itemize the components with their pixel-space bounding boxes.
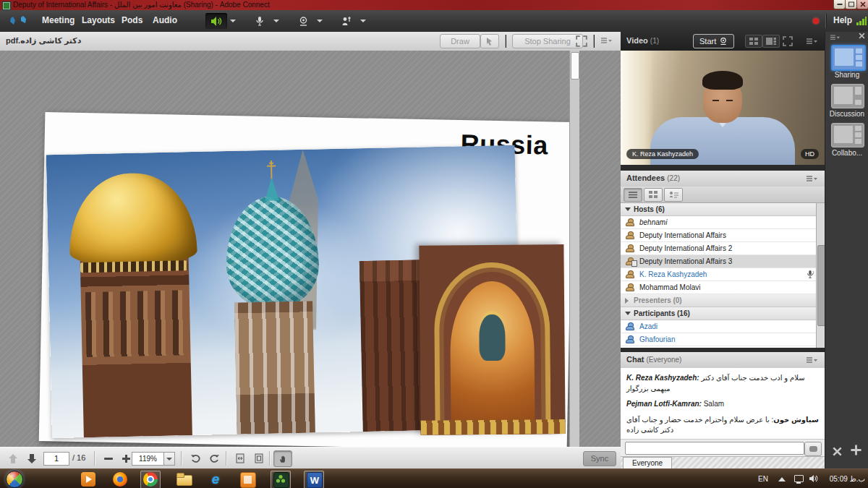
pointer-tool-button[interactable] — [480, 34, 499, 48]
attendees-view-toolbar — [621, 187, 825, 203]
firefox-icon[interactable] — [113, 472, 127, 487]
share-pod-menu-button[interactable] — [600, 38, 612, 45]
attendee-row[interactable]: Hoda Ghoreishy- Babol — [621, 346, 825, 348]
attendee-status-view-button[interactable] — [664, 188, 683, 202]
tray-show-hidden-icons[interactable] — [778, 477, 786, 481]
speaker-dropdown[interactable] — [228, 13, 238, 29]
webcam-dropdown[interactable] — [315, 13, 325, 29]
close-button[interactable] — [856, 0, 868, 9]
share-scrollbar-thumb[interactable] — [571, 52, 579, 80]
sync-button[interactable]: Sync — [583, 451, 616, 466]
zoom-level-select[interactable]: 119% — [132, 452, 175, 466]
pod-menu-icon — [806, 38, 817, 46]
rail-add-layout-button[interactable] — [850, 444, 862, 456]
menu-audio[interactable]: Audio — [153, 15, 177, 25]
presenters-section-header[interactable]: Presenters (0) — [621, 294, 825, 307]
arrow-down-icon — [27, 453, 37, 464]
hand-tool-button[interactable] — [273, 450, 292, 467]
attendees-title-text: Attendees — [626, 174, 665, 182]
status-dropdown[interactable] — [358, 13, 368, 29]
layout-sharing-thumbnail[interactable] — [831, 45, 866, 71]
tray-clock[interactable]: 05:09 ب.ظ — [825, 475, 865, 483]
next-page-button[interactable] — [25, 452, 39, 465]
minimize-button[interactable] — [833, 0, 846, 9]
start-webcam-label: Start — [699, 35, 716, 48]
layout-collaboration-thumbnail[interactable] — [831, 123, 864, 147]
start-button[interactable] — [6, 471, 23, 488]
chrome-taskbar-button[interactable] — [140, 471, 161, 488]
menu-pods[interactable]: Pods — [122, 15, 142, 25]
tray-volume-icon[interactable] — [809, 474, 818, 483]
rotate-ccw-button[interactable] — [188, 452, 203, 465]
previous-page-button[interactable] — [6, 452, 20, 465]
participant-person-icon — [626, 322, 634, 330]
participants-header-label: Participants (16) — [634, 309, 690, 317]
rail-close-icon[interactable] — [859, 33, 865, 39]
attendee-row[interactable]: Mohammad Molavi — [621, 281, 825, 294]
zoom-in-button[interactable] — [119, 452, 133, 465]
attendee-grid-view-button[interactable] — [644, 188, 663, 202]
attendee-row[interactable]: Ghafourian — [621, 333, 825, 346]
attendee-name: Deputy International Affairs — [639, 231, 726, 239]
office-app-icon[interactable] — [240, 472, 256, 488]
layout-discussion-thumbnail[interactable] — [831, 84, 864, 108]
chat-input[interactable] — [625, 442, 804, 455]
chat-pod-title: Chat (Everyone) — [626, 355, 681, 364]
chevron-down-icon — [230, 20, 236, 22]
stop-sharing-button[interactable]: Stop Sharing — [512, 34, 583, 48]
page-number-input[interactable]: 1 — [43, 452, 69, 466]
rail-delete-layout-button[interactable] — [833, 447, 842, 456]
attendee-row-self[interactable]: K. Reza Kashyzadeh — [621, 268, 825, 281]
attendee-row[interactable]: Deputy International Affairs — [621, 229, 825, 242]
attendee-row[interactable]: behnami — [621, 216, 825, 229]
fit-page-button[interactable] — [252, 452, 266, 465]
chat-pod-menu-button[interactable] — [806, 357, 817, 364]
layout-sharing-label[interactable]: Sharing — [825, 71, 868, 79]
video-pod-menu-button[interactable] — [806, 38, 817, 46]
participants-section-header[interactable]: Participants (16) — [621, 307, 825, 320]
microphone-dropdown[interactable] — [271, 13, 281, 29]
adobe-connect-taskbar-button[interactable] — [271, 471, 291, 488]
menu-layouts[interactable]: Layouts — [82, 15, 115, 25]
attendee-row[interactable]: Deputy International Affairs 2 — [621, 242, 825, 255]
word-taskbar-button[interactable]: W — [304, 471, 324, 488]
media-player-icon[interactable] — [81, 472, 95, 487]
attendee-row[interactable]: Azadi — [621, 320, 825, 333]
grid-view-icon — [749, 38, 758, 45]
kokoshnik-band — [420, 419, 565, 435]
rotate-cw-button[interactable] — [207, 452, 221, 465]
layout-collaboration-label[interactable]: Collabo... — [825, 149, 868, 157]
hosts-section-header[interactable]: Hosts (6) — [621, 203, 825, 216]
webcam-button[interactable] — [292, 13, 314, 29]
video-filmstrip-view-button[interactable] — [762, 35, 780, 48]
send-message-button[interactable] — [804, 442, 822, 456]
status-raise-hand-button[interactable] — [336, 13, 357, 29]
rail-menu-button[interactable] — [830, 35, 840, 41]
attendee-name: Deputy International Affairs 3 — [639, 257, 732, 265]
video-grid-view-button[interactable] — [745, 35, 762, 48]
attendees-pod-menu-button[interactable] — [806, 176, 817, 183]
video-fullscreen-button[interactable] — [783, 36, 793, 46]
layout-discussion-label[interactable]: Discussion — [825, 110, 868, 118]
menu-meeting[interactable]: Meeting — [42, 15, 75, 25]
speaker-button[interactable] — [205, 13, 227, 29]
file-explorer-icon[interactable] — [176, 472, 191, 487]
zoom-out-button[interactable] — [101, 452, 116, 465]
draw-button[interactable]: Draw — [440, 34, 480, 48]
attendees-pod-header: Attendees (22) — [621, 171, 825, 187]
menu-help[interactable]: Help — [833, 15, 852, 25]
start-webcam-button[interactable]: Start — [693, 34, 734, 48]
internet-explorer-icon[interactable]: e — [208, 472, 223, 487]
windows-taskbar: e W EN 05:09 ب.ظ — [0, 468, 868, 488]
microphone-button[interactable] — [249, 13, 271, 29]
maximize-button[interactable] — [845, 0, 857, 9]
tab-everyone[interactable]: Everyone — [623, 457, 672, 469]
share-scrollbar[interactable] — [569, 51, 579, 447]
minimize-icon — [837, 4, 842, 5]
tray-language[interactable]: EN — [758, 475, 768, 483]
fit-width-button[interactable] — [233, 452, 247, 465]
attendee-list-view-button[interactable] — [624, 188, 642, 202]
fullscreen-button[interactable] — [576, 35, 587, 47]
attendee-row-sharing[interactable]: Deputy International Affairs 3 — [621, 255, 825, 268]
tray-network-icon[interactable] — [794, 475, 804, 482]
